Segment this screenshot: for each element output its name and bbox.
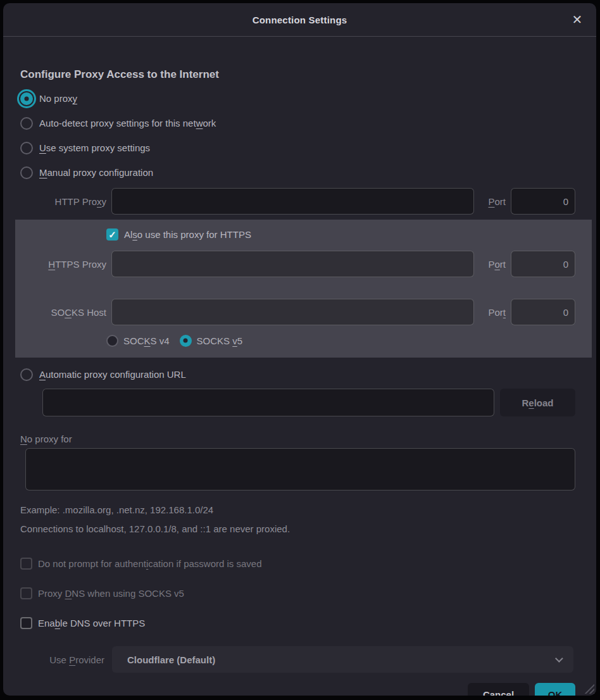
close-icon[interactable]: ✕: [567, 9, 587, 30]
options-checkbox-section: Do not prompt for authentication if pass…: [20, 557, 575, 629]
page-title: Configure Proxy Access to the Internet: [20, 68, 575, 81]
chevron-down-icon: [555, 654, 563, 663]
socks-host-label: SOCKS Host: [20, 307, 106, 318]
reload-button[interactable]: Reload: [500, 389, 575, 416]
radio-button-icon[interactable]: [20, 166, 33, 179]
radio-system-proxy[interactable]: Use system proxy settings: [20, 135, 575, 160]
no-proxy-for-label: No proxy for: [20, 434, 575, 444]
radio-button-icon[interactable]: [180, 335, 192, 347]
checkbox-icon[interactable]: [20, 558, 32, 570]
checkmark-icon: ✓: [108, 230, 116, 239]
http-port-input[interactable]: [511, 188, 575, 215]
radio-button-icon[interactable]: [20, 142, 33, 154]
https-port-label: Port: [479, 259, 506, 270]
radio-socks-v5[interactable]: SOCKS v5: [180, 335, 243, 347]
radio-button-icon[interactable]: [20, 368, 33, 381]
checkbox-icon[interactable]: [20, 617, 32, 629]
radio-no-proxy-label: No proxy: [39, 93, 77, 104]
ok-button[interactable]: OK: [535, 683, 575, 696]
https-proxy-label: HTTPS Proxy: [20, 259, 106, 270]
checkbox-checked-icon[interactable]: ✓: [106, 228, 118, 241]
radio-auto-url[interactable]: Automatic proxy configuration URL: [20, 362, 575, 387]
dialog-footer: Cancel OK: [20, 683, 575, 696]
radio-no-proxy[interactable]: No proxy: [20, 86, 575, 111]
doh-provider-select[interactable]: Cloudflare (Default): [112, 646, 573, 673]
enable-doh-label: Enable DNS over HTTPS: [38, 618, 145, 628]
https-socks-section: ✓ Also use this proxy for HTTPS HTTPS Pr…: [15, 220, 592, 358]
radio-button-icon[interactable]: [106, 335, 118, 347]
doh-provider-row: Use Provider Cloudflare (Default): [20, 646, 573, 673]
radio-auto-detect[interactable]: Auto-detect proxy settings for this netw…: [20, 111, 575, 135]
checkbox-no-prompt-auth[interactable]: Do not prompt for authentication if pass…: [20, 557, 575, 570]
https-port-input[interactable]: [511, 251, 575, 277]
http-proxy-input[interactable]: [111, 188, 474, 215]
socks-host-input[interactable]: [111, 299, 474, 325]
https-proxy-input[interactable]: [111, 251, 474, 277]
connection-settings-dialog: Connection Settings ✕ Configure Proxy Ac…: [3, 3, 596, 696]
radio-auto-url-label: Automatic proxy configuration URL: [39, 369, 186, 380]
http-proxy-row: HTTP Proxy Port: [20, 187, 575, 215]
socks-version-group: SOCKS v4 SOCKS v5: [106, 332, 575, 349]
auto-url-row: Reload: [42, 389, 575, 416]
socks-port-input[interactable]: [511, 299, 575, 325]
use-provider-label: Use Provider: [20, 654, 104, 665]
proxy-dns-label: Proxy DNS when using SOCKS v5: [38, 588, 184, 599]
cancel-button[interactable]: Cancel: [468, 683, 529, 696]
no-prompt-auth-label: Do not prompt for authentication if pass…: [38, 558, 262, 569]
reload-button-label: Reload: [522, 397, 553, 408]
no-proxy-example-text: Example: .mozilla.org, .net.nz, 192.168.…: [20, 504, 575, 515]
never-proxied-note: Connections to localhost, 127.0.0.1/8, a…: [20, 523, 575, 534]
radio-auto-detect-label: Auto-detect proxy settings for this netw…: [39, 118, 216, 128]
socks-host-row: SOCKS Host Port: [20, 298, 575, 326]
http-port-label: Port: [479, 196, 506, 207]
radio-system-proxy-label: Use system proxy settings: [39, 142, 150, 153]
radio-button-icon[interactable]: [20, 92, 33, 105]
dialog-content: Configure Proxy Access to the Internet N…: [3, 37, 596, 696]
doh-provider-value: Cloudflare (Default): [127, 654, 215, 665]
http-proxy-label: HTTP Proxy: [20, 196, 106, 207]
radio-button-icon[interactable]: [20, 117, 33, 130]
https-proxy-row: HTTPS Proxy Port: [20, 250, 575, 278]
checkbox-enable-doh[interactable]: Enable DNS over HTTPS: [20, 616, 575, 629]
checkbox-icon[interactable]: [20, 587, 32, 599]
also-https-label: Also use this proxy for HTTPS: [124, 229, 251, 240]
auto-url-input[interactable]: [42, 389, 494, 416]
proxy-mode-group: No proxy Auto-detect proxy settings for …: [20, 86, 575, 185]
radio-manual-proxy-label: Manual proxy configuration: [39, 167, 153, 178]
dialog-titlebar: Connection Settings ✕: [3, 3, 596, 37]
radio-manual-proxy[interactable]: Manual proxy configuration: [20, 160, 575, 185]
socks-v5-label: SOCKS v5: [197, 335, 243, 346]
checkbox-proxy-dns[interactable]: Proxy DNS when using SOCKS v5: [20, 587, 575, 599]
no-proxy-for-textarea[interactable]: [25, 448, 575, 491]
socks-port-label: Port: [479, 307, 506, 318]
also-https-row[interactable]: ✓ Also use this proxy for HTTPS: [106, 226, 575, 242]
radio-socks-v4[interactable]: SOCKS v4: [106, 335, 170, 347]
socks-v4-label: SOCKS v4: [123, 335, 170, 346]
dialog-title: Connection Settings: [253, 15, 347, 25]
